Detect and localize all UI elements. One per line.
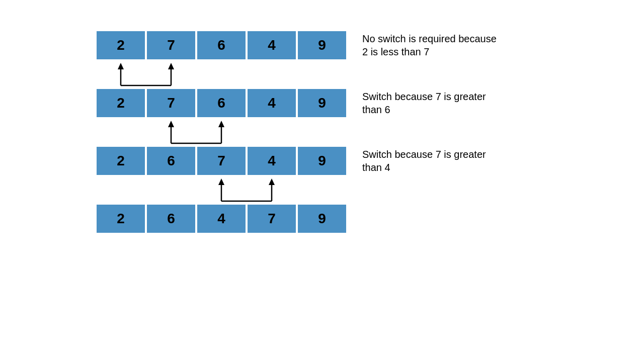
cell-4-4: 9: [297, 204, 347, 234]
arrow-svg-1: [96, 60, 347, 88]
label-3: Switch because 7 is greater than 4: [362, 148, 503, 174]
cell-3-4: 9: [297, 146, 347, 176]
main-container: 2 7 6 4 9 No switch is required because …: [0, 0, 644, 362]
array-row-2: 2 7 6 4 9: [96, 88, 347, 118]
cell-4-0: 2: [96, 204, 146, 234]
cell-2-1: 7: [146, 88, 196, 118]
cell-1-2: 6: [196, 30, 247, 60]
row-group-1: 2 7 6 4 9 No switch is required because …: [96, 30, 548, 60]
cell-4-1: 6: [146, 204, 196, 234]
arrow-group-1: [96, 60, 347, 88]
arrow-svg-3: [96, 176, 347, 204]
cell-4-2: 4: [196, 204, 247, 234]
cell-2-4: 9: [297, 88, 347, 118]
cell-4-3: 7: [247, 204, 297, 234]
content-area: 2 7 6 4 9 No switch is required because …: [96, 30, 548, 332]
arrow-group-3: [96, 176, 347, 204]
array-row-3: 2 6 7 4 9: [96, 146, 347, 176]
cell-2-3: 4: [247, 88, 297, 118]
arrow-group-2: [96, 118, 347, 146]
cell-3-3: 4: [247, 146, 297, 176]
array-row-1: 2 7 6 4 9: [96, 30, 347, 60]
cell-3-1: 6: [146, 146, 196, 176]
cell-2-2: 6: [196, 88, 247, 118]
label-1: No switch is required because 2 is less …: [362, 32, 503, 58]
svg-marker-3: [118, 63, 124, 69]
svg-marker-8: [168, 121, 174, 127]
label-2: Switch because 7 is greater than 6: [362, 90, 503, 116]
row-group-4: 2 6 4 7 9: [96, 204, 548, 234]
svg-marker-13: [218, 178, 224, 185]
cell-3-0: 2: [96, 146, 146, 176]
cell-1-3: 4: [247, 30, 297, 60]
cell-1-0: 2: [96, 30, 146, 60]
row-group-3: 2 6 7 4 9 Switch because 7 is greater th…: [96, 146, 548, 176]
svg-marker-4: [168, 63, 174, 69]
svg-marker-9: [218, 121, 224, 127]
svg-marker-14: [269, 178, 275, 185]
cell-1-1: 7: [146, 30, 196, 60]
arrow-svg-2: [96, 118, 347, 146]
cell-2-0: 2: [96, 88, 146, 118]
cell-1-4: 9: [297, 30, 347, 60]
cell-3-2: 7: [196, 146, 247, 176]
array-row-4: 2 6 4 7 9: [96, 204, 347, 234]
row-group-2: 2 7 6 4 9 Switch because 7 is greater th…: [96, 88, 548, 118]
